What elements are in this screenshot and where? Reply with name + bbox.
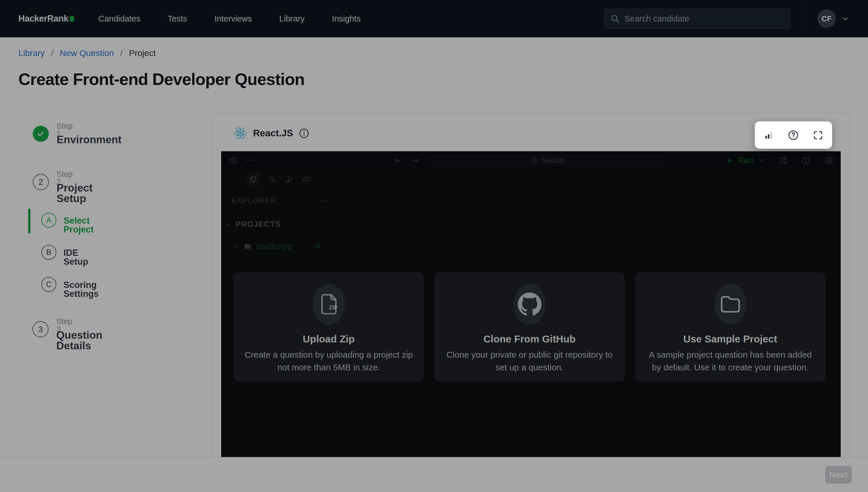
- tour-overlay: [0, 0, 868, 492]
- help-icon[interactable]: [788, 129, 799, 141]
- page: HackerRank Candidates Tests Interviews L…: [0, 0, 868, 492]
- stats-bars-icon[interactable]: [764, 130, 774, 140]
- highlighted-toolbar: [755, 121, 832, 149]
- fullscreen-icon[interactable]: [813, 130, 823, 141]
